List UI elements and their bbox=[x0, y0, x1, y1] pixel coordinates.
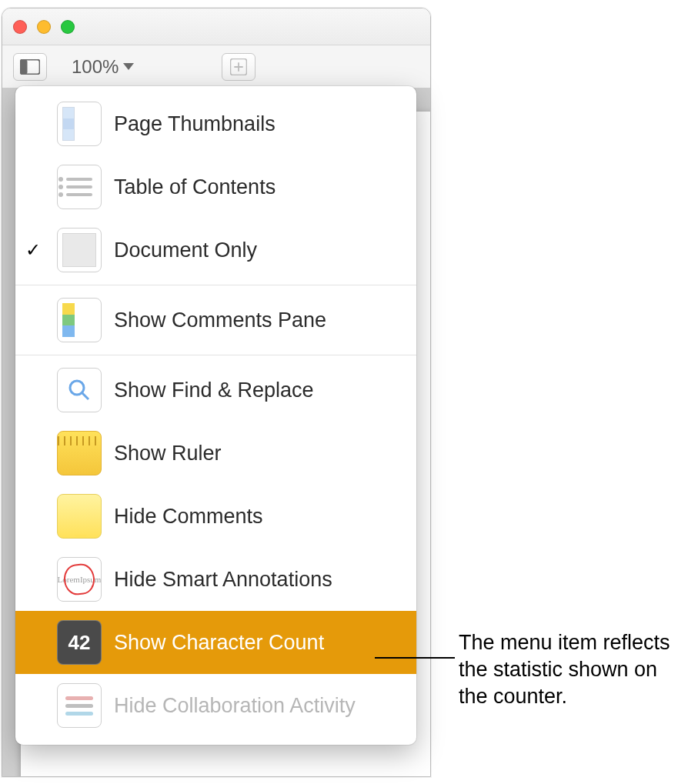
menu-item-show-character-count[interactable]: 42 Show Character Count bbox=[15, 611, 416, 674]
checkmark-icon: ✓ bbox=[22, 239, 45, 261]
menu-item-show-find-replace[interactable]: Show Find & Replace bbox=[15, 359, 416, 422]
menu-item-label: Table of Contents bbox=[114, 175, 276, 199]
menu-item-label: Show Comments Pane bbox=[114, 309, 326, 332]
menu-item-show-comments-pane[interactable]: Show Comments Pane bbox=[15, 289, 416, 352]
menu-item-label: Hide Smart Annotations bbox=[114, 568, 332, 592]
menu-item-label: Page Thumbnails bbox=[114, 112, 276, 136]
smart-annotations-icon: Lorem Ipsum bbox=[57, 557, 102, 602]
document-only-icon bbox=[57, 228, 102, 272]
menu-separator bbox=[15, 285, 416, 285]
menu-item-label: Hide Collaboration Activity bbox=[114, 694, 356, 718]
collaboration-activity-icon bbox=[57, 683, 102, 728]
sidebar-icon bbox=[20, 59, 40, 75]
zoom-window-button[interactable] bbox=[61, 20, 75, 34]
view-menu-button[interactable] bbox=[13, 53, 47, 81]
chevron-down-icon bbox=[123, 63, 134, 70]
callout-leader-line bbox=[375, 657, 455, 659]
menu-item-label: Show Ruler bbox=[114, 442, 222, 465]
svg-point-3 bbox=[70, 381, 84, 395]
menu-separator bbox=[15, 355, 416, 355]
page-thumbnails-icon bbox=[57, 102, 102, 146]
menu-item-label: Show Character Count bbox=[114, 631, 324, 655]
menu-item-table-of-contents[interactable]: Table of Contents bbox=[15, 155, 416, 219]
view-menu: Page Thumbnails Table of Contents ✓ Docu… bbox=[15, 86, 416, 745]
comments-pane-icon bbox=[57, 298, 102, 342]
menu-item-label: Document Only bbox=[114, 239, 257, 262]
close-window-button[interactable] bbox=[13, 20, 27, 34]
sticky-note-icon bbox=[57, 494, 102, 539]
ruler-icon bbox=[57, 431, 102, 475]
zoom-value: 100% bbox=[72, 56, 119, 78]
menu-item-hide-smart-annotations[interactable]: Lorem Ipsum Hide Smart Annotations bbox=[15, 548, 416, 611]
zoom-dropdown[interactable]: 100% bbox=[64, 56, 142, 78]
menu-item-label: Hide Comments bbox=[114, 505, 263, 529]
svg-rect-1 bbox=[21, 59, 28, 74]
character-count-icon: 42 bbox=[57, 620, 102, 665]
count-badge-value: 42 bbox=[68, 631, 91, 655]
add-page-button[interactable] bbox=[222, 53, 255, 81]
minimize-window-button[interactable] bbox=[37, 20, 51, 34]
table-of-contents-icon bbox=[57, 165, 102, 209]
toolbar: 100% bbox=[2, 45, 430, 88]
traffic-lights bbox=[13, 20, 75, 34]
callout-text: The menu item reflects the statistic sho… bbox=[459, 629, 682, 710]
menu-item-label: Show Find & Replace bbox=[114, 379, 314, 402]
menu-item-page-thumbnails[interactable]: Page Thumbnails bbox=[15, 92, 416, 155]
plus-icon bbox=[230, 58, 247, 75]
menu-item-document-only[interactable]: ✓ Document Only bbox=[15, 219, 416, 282]
menu-item-hide-collaboration-activity: Hide Collaboration Activity bbox=[15, 674, 416, 737]
menu-item-show-ruler[interactable]: Show Ruler bbox=[15, 422, 416, 485]
window-titlebar bbox=[2, 8, 430, 45]
find-replace-icon bbox=[57, 368, 102, 412]
menu-item-hide-comments[interactable]: Hide Comments bbox=[15, 485, 416, 548]
